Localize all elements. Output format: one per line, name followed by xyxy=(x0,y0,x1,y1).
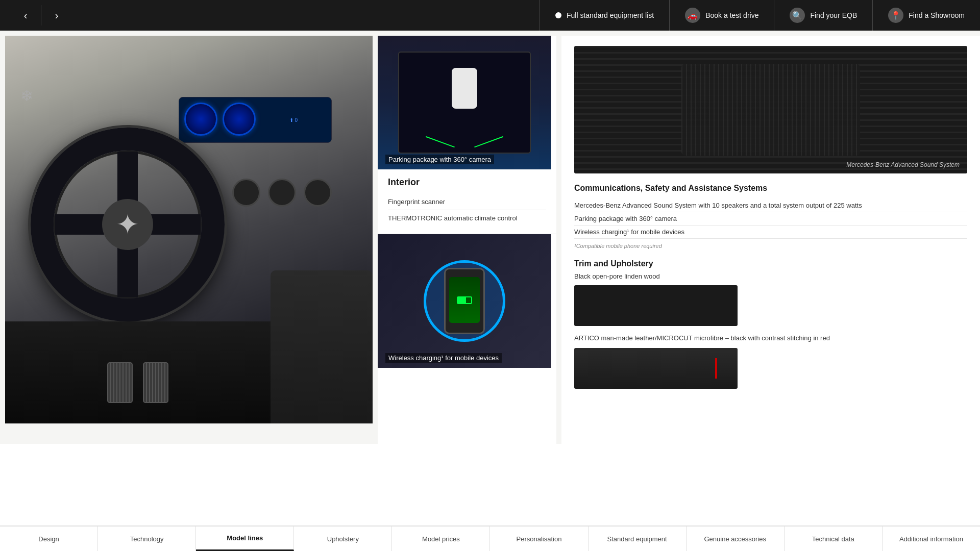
comm-item-1: Mercedes-Benz Advanced Sound System with… xyxy=(574,199,967,212)
wireless-charging-image: ⚡ Wireless charging¹ for mobile devices xyxy=(378,234,551,368)
vent-2 xyxy=(268,179,296,207)
parking-display xyxy=(398,52,531,154)
middle-panel: Parking package with 360° camera Interio… xyxy=(378,36,556,444)
full-standard-link[interactable]: Full standard equipment list xyxy=(540,0,669,31)
parking-image-label: Parking package with 360° camera xyxy=(385,155,494,164)
speaker-grill xyxy=(681,64,860,156)
find-eqb-link[interactable]: 🔍 Find your EQB xyxy=(774,0,872,31)
book-test-drive-link[interactable]: 🚗 Book a test drive xyxy=(669,0,774,31)
sound-system-label: Mercedes-Benz Advanced Sound System xyxy=(846,161,960,168)
nav-technology[interactable]: Technology xyxy=(98,527,196,551)
comm-item-3: Wireless charging¹ for mobile devices xyxy=(574,226,967,239)
pin-icon: 📍 xyxy=(888,8,903,23)
comm-footnote: ¹Compatible mobile phone required xyxy=(574,243,967,249)
communications-section: Communications, Safety and Assistance Sy… xyxy=(574,184,967,249)
nav-actions: Full standard equipment list 🚗 Book a te… xyxy=(540,0,980,31)
snow-icon: ❄ xyxy=(20,87,33,105)
nav-model-lines[interactable]: Model lines xyxy=(196,527,294,551)
floor-area xyxy=(5,321,373,423)
mercedes-logo: ✦ xyxy=(102,199,153,250)
nav-upholstery[interactable]: Upholstery xyxy=(294,527,392,551)
wood-trim-name: Black open-pore linden wood xyxy=(574,272,967,280)
comm-item-2: Parking package with 360° camera xyxy=(574,212,967,226)
communications-title: Communications, Safety and Assistance Sy… xyxy=(574,184,967,193)
prev-button[interactable]: ‹ xyxy=(15,5,36,26)
find-showroom-label: Find a Showroom xyxy=(909,11,965,19)
wireless-image-label: Wireless charging¹ for mobile devices xyxy=(385,353,502,363)
book-test-drive-label: Book a test drive xyxy=(705,11,758,19)
next-button[interactable]: › xyxy=(46,5,67,26)
phone-illustration xyxy=(444,268,485,334)
nav-additional-info[interactable]: Additional information xyxy=(883,527,980,551)
nav-divider xyxy=(41,5,41,26)
battery-fill xyxy=(458,297,466,303)
nav-design[interactable]: Design xyxy=(0,527,98,551)
leather-trim-swatch xyxy=(574,348,738,389)
nav-personalisation[interactable]: Personalisation xyxy=(490,527,588,551)
trim-title: Trim and Upholstery xyxy=(574,259,967,268)
car-icon: 🔍 xyxy=(790,8,805,23)
vent-row xyxy=(232,179,332,207)
interior-section: Interior Fingerprint scanner THERMOTRONI… xyxy=(378,169,556,234)
main-interior-image: ❄ ⬆ 0 ✦ xyxy=(5,36,373,423)
leather-description: ARTICO man-made leather/MICROCUT microfi… xyxy=(574,334,967,343)
find-showroom-link[interactable]: 📍 Find a Showroom xyxy=(872,0,980,31)
bottom-navigation: Design Technology Model lines Upholstery… xyxy=(0,525,980,551)
steering-icon: 🚗 xyxy=(685,8,700,23)
nav-arrows: ‹ › xyxy=(0,5,82,26)
content-area: ❄ ⬆ 0 ✦ xyxy=(0,31,980,444)
full-standard-label: Full standard equipment list xyxy=(567,11,654,19)
interior-feature-2: THERMOTRONIC automatic climate control xyxy=(388,210,546,226)
steering-spokes: ✦ xyxy=(31,128,225,321)
vent-3 xyxy=(304,179,332,207)
parking-lines xyxy=(409,102,520,142)
phone-screen xyxy=(449,277,480,323)
top-navigation: ‹ › Full standard equipment list 🚗 Book … xyxy=(0,0,980,31)
pedal-left xyxy=(107,362,133,403)
dot-icon xyxy=(555,12,561,18)
pedal-right xyxy=(143,362,168,403)
mercedes-star: ✦ xyxy=(116,211,139,239)
right-gauge xyxy=(223,103,256,136)
nav-genuine-accessories[interactable]: Genuine accessories xyxy=(687,527,785,551)
parking-line-right xyxy=(474,136,503,147)
page-wrapper: ‹ › Full standard equipment list 🚗 Book … xyxy=(0,0,980,551)
pedals xyxy=(107,362,168,403)
parking-line-left xyxy=(426,136,455,147)
sound-system-image: Mercedes-Benz Advanced Sound System xyxy=(574,46,967,173)
center-display: ⬆ 0 xyxy=(261,103,326,137)
battery-icon xyxy=(457,296,472,304)
wood-trim-swatch xyxy=(574,285,738,326)
nav-model-prices[interactable]: Model prices xyxy=(392,527,490,551)
interior-title: Interior xyxy=(388,177,546,188)
nav-technical-data[interactable]: Technical data xyxy=(785,527,883,551)
nav-standard-equipment[interactable]: Standard equipment xyxy=(589,527,687,551)
right-info-panel: Mercedes-Benz Advanced Sound System Comm… xyxy=(561,36,980,444)
interior-scene: ❄ ⬆ 0 ✦ xyxy=(5,36,373,423)
parking-camera-image: Parking package with 360° camera xyxy=(378,36,551,169)
find-eqb-label: Find your EQB xyxy=(810,11,857,19)
trim-section: Trim and Upholstery Black open-pore lind… xyxy=(574,259,967,389)
interior-feature-1: Fingerprint scanner xyxy=(388,194,546,210)
speaker-grill-pattern xyxy=(574,46,967,173)
center-console xyxy=(271,270,373,423)
vent-1 xyxy=(232,179,260,207)
